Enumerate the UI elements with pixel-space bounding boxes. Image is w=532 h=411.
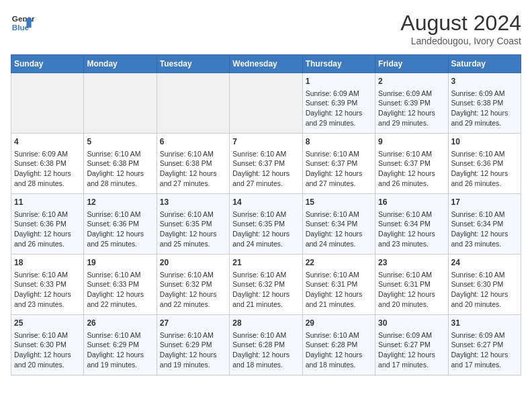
day-number: 5 [87,136,153,148]
calendar-cell: 13Sunrise: 6:10 AMSunset: 6:35 PMDayligh… [157,194,229,255]
calendar-cell: 24Sunrise: 6:10 AMSunset: 6:30 PMDayligh… [448,255,521,315]
calendar-week-row: 25Sunrise: 6:10 AMSunset: 6:30 PMDayligh… [11,315,521,375]
day-number: 25 [14,318,81,329]
calendar-cell: 9Sunrise: 6:10 AMSunset: 6:37 PMDaylight… [375,134,448,194]
calendar-table: SundayMondayTuesdayWednesdayThursdayFrid… [11,54,521,375]
calendar-cell: 23Sunrise: 6:10 AMSunset: 6:31 PMDayligh… [375,255,448,315]
day-number: 4 [14,136,81,148]
weekday-header-row: SundayMondayTuesdayWednesdayThursdayFrid… [11,55,521,73]
calendar-cell [230,73,302,134]
calendar-cell: 27Sunrise: 6:10 AMSunset: 6:29 PMDayligh… [157,315,229,375]
calendar-cell: 3Sunrise: 6:09 AMSunset: 6:38 PMDaylight… [448,73,521,134]
calendar-week-row: 11Sunrise: 6:10 AMSunset: 6:36 PMDayligh… [11,194,521,255]
day-number: 29 [306,318,372,329]
day-number: 23 [378,257,445,269]
calendar-cell: 8Sunrise: 6:10 AMSunset: 6:37 PMDaylight… [302,134,375,194]
day-number: 2 [378,76,445,87]
day-number: 26 [87,318,153,329]
day-number: 6 [160,136,226,148]
calendar-cell: 19Sunrise: 6:10 AMSunset: 6:33 PMDayligh… [84,255,157,315]
calendar-cell: 11Sunrise: 6:10 AMSunset: 6:36 PMDayligh… [11,194,84,255]
svg-text:General: General [12,14,35,23]
calendar-week-row: 4Sunrise: 6:09 AMSunset: 6:38 PMDaylight… [11,134,521,194]
logo-icon: General Blue [11,11,35,35]
calendar-cell: 15Sunrise: 6:10 AMSunset: 6:34 PMDayligh… [302,194,375,255]
day-number: 24 [451,257,518,269]
title-block: August 2024 Landedougou, Ivory Coast [400,11,521,46]
page-header: General Blue August 2024 Landedougou, Iv… [11,11,521,46]
calendar-cell: 16Sunrise: 6:10 AMSunset: 6:34 PMDayligh… [375,194,448,255]
calendar-body: 1Sunrise: 6:09 AMSunset: 6:39 PMDaylight… [11,73,521,375]
day-number: 8 [306,136,372,148]
day-number: 9 [378,136,445,148]
calendar-cell [84,73,157,134]
day-number: 30 [378,318,445,329]
calendar-cell: 10Sunrise: 6:10 AMSunset: 6:36 PMDayligh… [448,134,521,194]
weekday-header-cell: Friday [375,55,448,73]
day-number: 1 [306,76,372,87]
day-number: 11 [14,197,81,208]
day-number: 17 [451,197,518,208]
day-number: 7 [232,136,299,148]
logo: General Blue [11,11,35,35]
weekday-header-cell: Saturday [448,55,521,73]
calendar-cell: 12Sunrise: 6:10 AMSunset: 6:36 PMDayligh… [84,194,157,255]
calendar-cell: 1Sunrise: 6:09 AMSunset: 6:39 PMDaylight… [302,73,375,134]
weekday-header-cell: Thursday [302,55,375,73]
weekday-header-cell: Monday [84,55,157,73]
calendar-cell: 30Sunrise: 6:09 AMSunset: 6:27 PMDayligh… [375,315,448,375]
day-number: 21 [232,257,299,269]
calendar-cell: 28Sunrise: 6:10 AMSunset: 6:28 PMDayligh… [230,315,302,375]
day-number: 19 [87,257,153,269]
calendar-week-row: 18Sunrise: 6:10 AMSunset: 6:33 PMDayligh… [11,255,521,315]
calendar-cell: 20Sunrise: 6:10 AMSunset: 6:32 PMDayligh… [157,255,229,315]
weekday-header-cell: Wednesday [230,55,302,73]
calendar-week-row: 1Sunrise: 6:09 AMSunset: 6:39 PMDaylight… [11,73,521,134]
day-number: 20 [160,257,226,269]
calendar-cell: 17Sunrise: 6:10 AMSunset: 6:34 PMDayligh… [448,194,521,255]
weekday-header-cell: Tuesday [157,55,229,73]
calendar-cell: 4Sunrise: 6:09 AMSunset: 6:38 PMDaylight… [11,134,84,194]
calendar-cell: 29Sunrise: 6:10 AMSunset: 6:28 PMDayligh… [302,315,375,375]
day-number: 13 [160,197,226,208]
calendar-cell: 25Sunrise: 6:10 AMSunset: 6:30 PMDayligh… [11,315,84,375]
day-number: 31 [451,318,518,329]
calendar-cell [11,73,84,134]
calendar-cell: 26Sunrise: 6:10 AMSunset: 6:29 PMDayligh… [84,315,157,375]
calendar-cell: 22Sunrise: 6:10 AMSunset: 6:31 PMDayligh… [302,255,375,315]
calendar-cell: 21Sunrise: 6:10 AMSunset: 6:32 PMDayligh… [230,255,302,315]
calendar-cell: 7Sunrise: 6:10 AMSunset: 6:37 PMDaylight… [230,134,302,194]
day-number: 12 [87,197,153,208]
day-number: 22 [306,257,372,269]
calendar-cell: 18Sunrise: 6:10 AMSunset: 6:33 PMDayligh… [11,255,84,315]
calendar-cell: 6Sunrise: 6:10 AMSunset: 6:38 PMDaylight… [157,134,229,194]
calendar-cell [157,73,229,134]
day-number: 16 [378,197,445,208]
calendar-cell: 2Sunrise: 6:09 AMSunset: 6:39 PMDaylight… [375,73,448,134]
day-number: 3 [451,76,518,87]
day-number: 14 [232,197,299,208]
calendar-cell: 31Sunrise: 6:09 AMSunset: 6:27 PMDayligh… [448,315,521,375]
weekday-header-cell: Sunday [11,55,84,73]
day-number: 27 [160,318,226,329]
day-number: 28 [232,318,299,329]
day-number: 15 [306,197,372,208]
month-year-title: August 2024 [400,11,521,36]
calendar-cell: 14Sunrise: 6:10 AMSunset: 6:35 PMDayligh… [230,194,302,255]
day-number: 10 [451,136,518,148]
day-number: 18 [14,257,81,269]
calendar-cell: 5Sunrise: 6:10 AMSunset: 6:38 PMDaylight… [84,134,157,194]
location-subtitle: Landedougou, Ivory Coast [400,36,521,46]
